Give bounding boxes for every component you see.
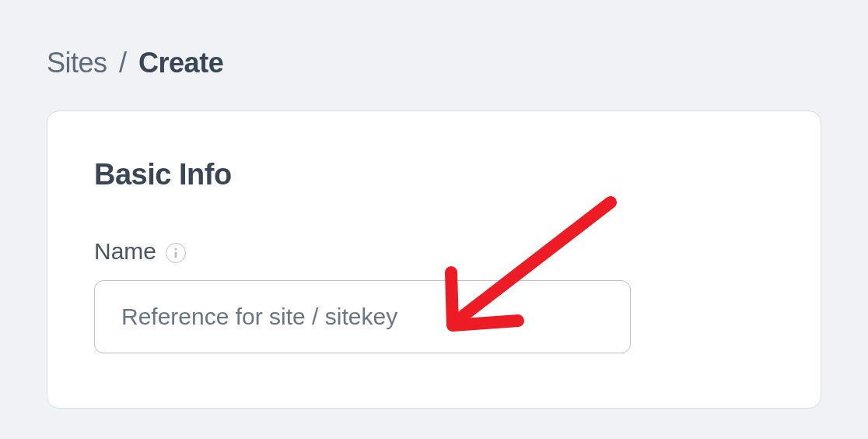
name-input[interactable] <box>94 280 631 353</box>
breadcrumb: Sites / Create <box>47 47 821 79</box>
breadcrumb-separator: / <box>119 47 127 79</box>
page-container: Sites / Create Basic Info Name <box>0 0 868 439</box>
basic-info-card: Basic Info Name <box>47 111 821 409</box>
name-field-label: Name <box>94 238 156 265</box>
name-field-label-row: Name <box>94 238 774 265</box>
breadcrumb-parent[interactable]: Sites <box>47 47 107 79</box>
breadcrumb-current: Create <box>138 47 223 79</box>
svg-rect-1 <box>175 252 177 258</box>
card-title: Basic Info <box>94 158 774 191</box>
info-icon[interactable] <box>166 243 186 263</box>
svg-point-0 <box>174 248 177 250</box>
